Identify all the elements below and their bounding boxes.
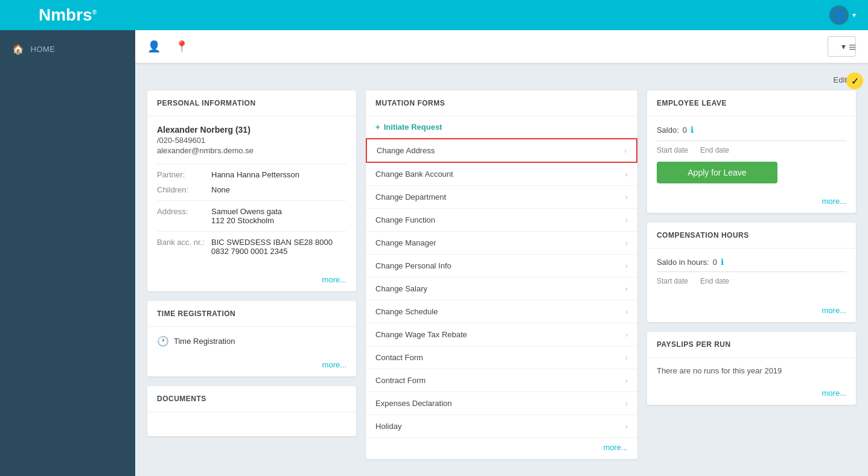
payslips-card: PAYSLIPS PER RUN There are no runs for t…	[647, 332, 856, 405]
topbar: 👤 ▾	[135, 0, 868, 30]
app-logo: Nmbrs®	[39, 5, 97, 25]
mutation-item-change-address[interactable]: Change Address ›	[366, 138, 637, 163]
info-row-partner: Partner: Hanna Hanna Pettersson	[157, 170, 346, 179]
leave-saldo: Saldo: 0 ℹ	[657, 125, 846, 135]
comp-divider	[657, 271, 846, 272]
mutation-item-label: Change Department	[375, 192, 446, 202]
info-divider	[157, 163, 346, 164]
mutation-item-change-department[interactable]: Change Department ›	[366, 186, 637, 209]
payslips-no-runs-text: There are no runs for this year 2019	[657, 366, 846, 375]
mutation-item-change-function[interactable]: Change Function ›	[366, 209, 637, 232]
comp-dates: Start date End date	[657, 277, 846, 285]
content-area: Edit ⊞ PERSONAL INFORMATION Alexander No…	[135, 63, 868, 476]
employee-email: alexander@nmbrs.demo.se	[157, 146, 346, 155]
time-reg-item[interactable]: 🕐 Time Registration	[157, 335, 346, 347]
apply-for-leave-button[interactable]: Apply for Leave	[657, 162, 777, 183]
hamburger-icon[interactable]: ≡	[849, 40, 856, 54]
time-reg-more[interactable]: more...	[147, 355, 356, 376]
personal-info-more[interactable]: more...	[147, 270, 356, 291]
mutation-item-label: Change Wage Tax Rebate	[375, 330, 467, 339]
partner-label: Partner:	[157, 170, 211, 179]
payslips-header: PAYSLIPS PER RUN	[647, 332, 856, 358]
personal-info-body: Alexander Norberg (31) /020-5849601 alex…	[147, 116, 356, 270]
avatar[interactable]: 👤	[829, 5, 849, 25]
mutation-item-expenses-declaration[interactable]: Expenses Declaration ›	[366, 392, 637, 415]
mutation-item-label: Contract Form	[375, 376, 426, 385]
edit-label: Edit	[834, 75, 847, 84]
documents-header: DOCUMENTS	[147, 386, 356, 412]
mutation-item-holiday[interactable]: Holiday ›	[366, 415, 637, 438]
sidebar-header: Nmbrs®	[0, 0, 135, 30]
chevron-right-icon: ›	[625, 262, 628, 270]
employee-leave-card: EMPLOYEE LEAVE Saldo: 0 ℹ Start date End…	[647, 90, 856, 213]
mutation-forms-header: MUTATION FORMS	[366, 90, 637, 116]
actions-chevron-icon: ▾	[841, 42, 846, 51]
chevron-right-icon: ›	[625, 354, 628, 362]
mutation-item-change-wage-tax[interactable]: Change Wage Tax Rebate ›	[366, 323, 637, 346]
employee-leave-body: Saldo: 0 ℹ Start date End date Apply for…	[647, 116, 856, 192]
mutation-item-contact-form[interactable]: Contact Form ›	[366, 346, 637, 369]
sidebar-nav: 🏠 HOME	[0, 30, 135, 68]
mutation-item-label: Change Personal Info	[375, 261, 452, 270]
mutation-item-change-salary[interactable]: Change Salary ›	[366, 278, 637, 300]
mutation-item-label: Contact Form	[375, 353, 423, 362]
mutation-item-change-schedule[interactable]: Change Schedule ›	[366, 300, 637, 323]
info-divider-2	[157, 200, 346, 201]
mutation-item-contract-form[interactable]: Contract Form ›	[366, 369, 637, 392]
comp-saldo-value: 0	[713, 258, 717, 267]
partner-value: Hanna Hanna Pettersson	[211, 170, 299, 179]
compensation-hours-card: COMPENSATION HOURS Saldo in hours: 0 ℹ S…	[647, 223, 856, 322]
time-reg-label: Time Registration	[174, 337, 235, 346]
plus-icon: +	[375, 122, 380, 132]
chevron-right-icon: ›	[625, 216, 628, 224]
time-registration-card: TIME REGISTRATION 🕐 Time Registration mo…	[147, 301, 356, 376]
mutation-item-label: Change Salary	[375, 284, 427, 293]
topbar-chevron-icon[interactable]: ▾	[852, 11, 856, 19]
chevron-right-icon: ›	[625, 285, 628, 293]
mutation-forms-more[interactable]: more...	[366, 438, 637, 459]
chevron-right-icon: ›	[625, 170, 628, 179]
employee-phone: /020-5849601	[157, 136, 346, 145]
mutation-forms-card: MUTATION FORMS + Initiate Request Change…	[366, 90, 637, 459]
info-icon[interactable]: ℹ	[691, 125, 694, 135]
mutation-item-change-manager[interactable]: Change Manager ›	[366, 232, 637, 255]
mutation-item-label: Change Function	[375, 215, 435, 224]
initiate-request-button[interactable]: + Initiate Request	[366, 116, 637, 138]
secondary-bar: 👤 📍 ▾	[135, 30, 868, 63]
bank-value: BIC SWEDSESS IBAN SE28 8000 0832 7900 00…	[211, 238, 346, 256]
end-date-label: End date	[700, 146, 729, 154]
initiate-request-label: Initiate Request	[384, 122, 442, 132]
mutation-item-label: Change Schedule	[375, 307, 438, 316]
comp-start-date-label: Start date	[657, 277, 688, 285]
chevron-right-icon: ›	[625, 193, 628, 202]
documents-card: DOCUMENTS	[147, 386, 356, 436]
employee-full-name: Alexander Norberg (31)	[157, 125, 346, 135]
comp-saldo: Saldo in hours: 0 ℹ	[657, 257, 846, 267]
start-date-label: Start date	[657, 146, 688, 154]
comp-info-icon[interactable]: ℹ	[721, 257, 724, 267]
payslips-body: There are no runs for this year 2019	[647, 358, 856, 384]
saldo-value: 0	[683, 125, 687, 135]
comp-saldo-label: Saldo in hours:	[657, 258, 709, 267]
middle-column: MUTATION FORMS + Initiate Request Change…	[366, 90, 637, 459]
info-row-address: Address: Samuel Owens gata 112 20 Stockh…	[157, 207, 346, 225]
mutation-item-label: Change Address	[377, 146, 435, 155]
comp-end-date-label: End date	[700, 277, 729, 285]
notification-badge[interactable]: ✓	[846, 72, 863, 89]
mutation-item-change-personal-info[interactable]: Change Personal Info ›	[366, 255, 637, 278]
sidebar-item-home[interactable]: 🏠 HOME	[0, 36, 135, 62]
mutation-item-change-bank-account[interactable]: Change Bank Account ›	[366, 163, 637, 186]
location-icon[interactable]: 📍	[175, 40, 188, 53]
compensation-more[interactable]: more...	[647, 301, 856, 322]
employee-leave-more[interactable]: more...	[647, 192, 856, 213]
chevron-right-icon: ›	[625, 331, 628, 339]
payslips-more[interactable]: more...	[647, 384, 856, 405]
children-label: Children:	[157, 185, 211, 194]
topbar-user: 👤 ▾	[829, 5, 856, 25]
chevron-right-icon: ›	[625, 422, 628, 431]
documents-body	[147, 412, 356, 436]
children-value: None	[211, 185, 230, 194]
leave-divider	[657, 141, 846, 141]
personal-info-header: PERSONAL INFORMATION	[147, 90, 356, 116]
address-value: Samuel Owens gata 112 20 Stockholm	[211, 207, 282, 225]
